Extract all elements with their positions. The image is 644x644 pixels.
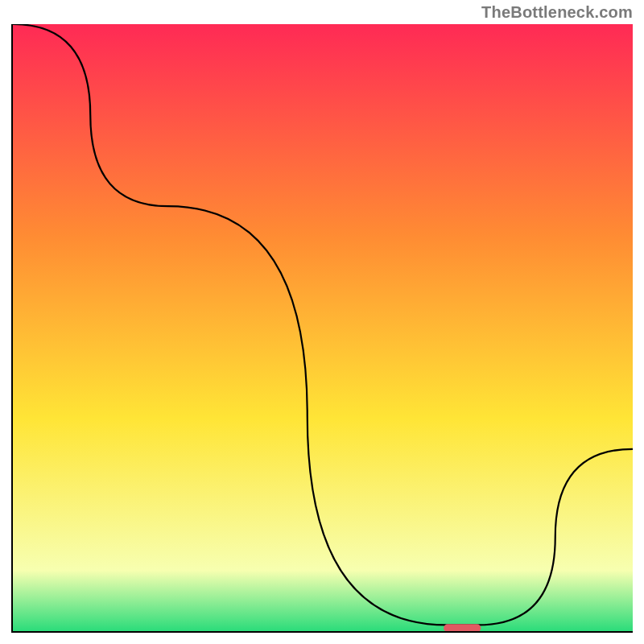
chart-background [13,24,633,631]
watermark-text: TheBottleneck.com [481,3,633,22]
bottleneck-chart [13,24,633,631]
optimal-marker [444,624,481,631]
